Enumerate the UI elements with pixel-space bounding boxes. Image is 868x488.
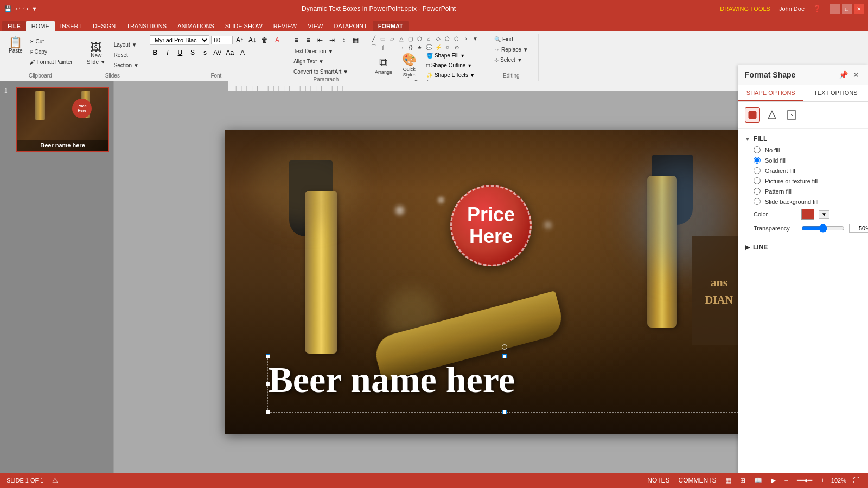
fit-button[interactable]: ⛶ [851,476,861,485]
shape-star[interactable]: ★ [416,43,424,51]
change-case-button[interactable]: Aa [225,47,235,58]
section-button[interactable]: Section ▼ [111,61,142,70]
beer-name-text[interactable]: Beer name here [268,356,740,403]
shape-rounded-rect[interactable]: ▢ [406,35,415,42]
shape-curve[interactable]: ∫ [379,43,387,51]
minimize-button[interactable]: − [830,4,840,14]
quick-styles-button[interactable]: 🎨 QuickStyles [398,51,422,79]
transparency-value-input[interactable] [849,224,868,233]
price-badge[interactable]: Price Here [450,185,532,266]
handle-bottom-left[interactable] [266,410,270,414]
text-direction-button[interactable]: Text Direction ▼ [291,47,336,56]
slide-bg-fill-option[interactable]: Slide background fill [745,196,861,207]
shape-effects-button[interactable]: ✨ Shape Effects ▼ [424,70,477,80]
handle-bottom-mid[interactable] [502,410,507,414]
pattern-fill-option[interactable]: Pattern fill [745,186,861,196]
reading-view-button[interactable]: 📖 [752,476,764,485]
gradient-fill-option[interactable]: Gradient fill [745,165,861,176]
pattern-fill-label[interactable]: Pattern fill [765,188,792,195]
shadow-button[interactable]: s [200,47,210,58]
panel-pin-button[interactable]: 📌 [838,69,848,80]
bold-button[interactable]: B [150,47,161,58]
shape-chevron[interactable]: › [462,35,470,42]
clear-format-button[interactable]: 🗑 [259,35,270,46]
solid-fill-label[interactable]: Solid fill [765,157,786,164]
tab-review[interactable]: REVIEW [268,21,302,31]
border-icon-btn[interactable] [764,107,780,123]
decrease-font-button[interactable]: A↓ [247,35,258,46]
color-dropdown-button[interactable]: ▼ [819,210,829,219]
picture-fill-label[interactable]: Picture or texture fill [765,178,818,184]
highlight-button[interactable]: A [237,47,248,58]
tab-format[interactable]: FORMAT [373,21,409,31]
underline-button[interactable]: U [175,47,186,58]
no-fill-option[interactable]: No fill [745,145,861,155]
gradient-fill-label[interactable]: Gradient fill [765,168,795,174]
select-button[interactable]: ⊹ Select ▼ [492,55,525,65]
tab-insert[interactable]: INSERT [55,21,87,31]
columns-button[interactable]: ▦ [350,35,361,46]
tab-design[interactable]: DESIGN [87,21,121,31]
font-color-button[interactable]: A [272,35,283,46]
shape-rect[interactable]: ▭ [379,35,387,42]
panel-close-button[interactable]: ✕ [851,69,861,80]
tab-slideshow[interactable]: SLIDE SHOW [220,21,268,31]
reset-button[interactable]: Reset [111,50,142,60]
increase-indent-button[interactable]: ⇥ [327,35,337,46]
shape-parallelogram[interactable]: ▱ [388,35,397,42]
solid-fill-option[interactable]: Solid fill [745,155,861,165]
tab-home[interactable]: HOME [26,21,55,31]
layout-button[interactable]: Layout ▼ [111,40,142,49]
shape-pentagon[interactable]: ⬠ [443,35,452,42]
picture-fill-option[interactable]: Picture or texture fill [745,176,861,186]
slide-canvas[interactable]: Price Here ans DIAN [225,130,757,434]
shape-line[interactable]: ╱ [369,35,378,42]
zoom-slider[interactable]: ━━●━ [795,476,814,485]
comments-button[interactable]: COMMENTS [676,476,719,485]
gradient-fill-radio[interactable] [754,167,761,174]
no-fill-radio[interactable] [754,146,761,153]
slide-sorter-button[interactable]: ⊞ [738,476,748,485]
shape-diamond[interactable]: ◇ [434,35,443,42]
presenter-view-button[interactable]: ▶ [769,476,778,485]
solid-fill-radio[interactable] [754,157,761,164]
shape-trapezoid[interactable]: ⌂ [425,35,433,42]
increase-font-button[interactable]: A↑ [234,35,245,46]
rotation-handle[interactable] [502,344,507,350]
decrease-indent-button[interactable]: ⇤ [315,35,326,46]
picture-fill-radio[interactable] [754,177,761,184]
save-icon[interactable]: 💾 [4,5,12,12]
undo-icon[interactable]: ↩ [15,5,20,12]
replace-button[interactable]: ↔ Replace ▼ [492,45,531,54]
tab-datapoint[interactable]: DATAPOINT [328,21,372,31]
help-icon[interactable]: ❓ [813,5,821,12]
arrange-button[interactable]: ⧉ Arrange [372,51,395,79]
shape-octagon[interactable]: ⬡ [416,35,424,42]
shape-bracket[interactable]: {} [406,43,415,51]
tab-shape-options[interactable]: SHAPE OPTIONS [738,85,803,101]
normal-view-button[interactable]: ▦ [723,476,733,485]
tab-file[interactable]: FILE [2,21,26,31]
shape-fill-button[interactable]: 🪣 Shape Fill ▼ [424,51,477,60]
tab-text-options[interactable]: TEXT OPTIONS [803,85,869,101]
tab-view[interactable]: VIEW [302,21,328,31]
restore-button[interactable]: □ [842,4,852,14]
copy-button[interactable]: ⎘ Copy [27,47,75,56]
shape-donut[interactable]: ⊙ [452,43,461,51]
shape-connector[interactable]: — [388,43,397,51]
zoom-out-button[interactable]: − [782,476,790,485]
shape-smiley[interactable]: ☺ [443,43,452,51]
shape-arc[interactable]: ⌒ [369,43,378,51]
convert-smartart-button[interactable]: Convert to SmartArt ▼ [291,67,351,76]
effects-icon-btn[interactable] [784,107,799,123]
fill-icon-btn[interactable] [745,107,760,123]
align-text-button[interactable]: Align Text ▼ [291,57,327,66]
cut-button[interactable]: ✂ Cut [27,37,75,46]
accessibility-button[interactable]: ⚠ [50,476,60,485]
font-family-selector[interactable]: Myriad Pro Blac [150,35,209,45]
shape-outline-button[interactable]: □ Shape Outline ▼ [424,61,477,70]
pattern-fill-radio[interactable] [754,188,761,195]
tab-animations[interactable]: ANIMATIONS [172,21,220,31]
text-box-selection[interactable]: Beer name here [267,356,741,413]
line-section-header[interactable]: ▶ LINE [745,241,861,253]
